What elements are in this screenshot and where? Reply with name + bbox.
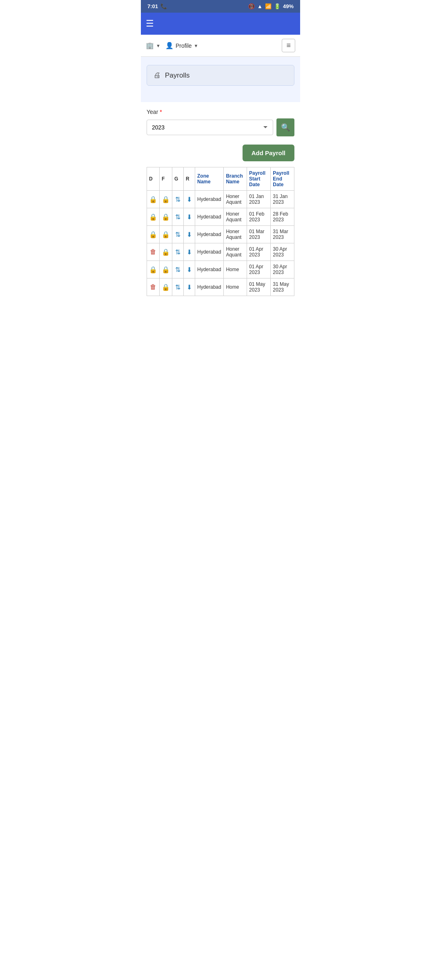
trash-icon[interactable]: 🗑 bbox=[150, 248, 156, 255]
profile-label: Profile bbox=[176, 42, 192, 49]
sort-icon[interactable]: ⇅ bbox=[175, 231, 180, 238]
page-header-card: 🖨 Payrolls bbox=[147, 65, 294, 86]
lock-icon[interactable]: 🔒 bbox=[162, 196, 170, 203]
call-icon: 📵 bbox=[248, 3, 255, 9]
branch-cell: Home bbox=[224, 278, 247, 296]
profile-nav-item[interactable]: 👤 Profile ▼ bbox=[165, 42, 198, 49]
end-date-cell: 28 Feb 2023 bbox=[271, 208, 294, 226]
f-cell[interactable]: 🔒 bbox=[160, 243, 172, 261]
col-header-f: F bbox=[160, 167, 172, 191]
g-cell[interactable]: ⇅ bbox=[172, 278, 184, 296]
table-row: 🔒 🔒 ⇅ ⬇ Hyderabad Honer Aquant 01 Jan 20… bbox=[147, 191, 294, 208]
lock-icon[interactable]: 🔒 bbox=[149, 214, 157, 220]
sort-icon[interactable]: ⇅ bbox=[175, 284, 180, 291]
col-header-branch: Branch Name bbox=[224, 167, 247, 191]
f-cell[interactable]: 🔒 bbox=[160, 226, 172, 243]
branch-cell: Honer Aquant bbox=[224, 226, 247, 243]
profile-chevron: ▼ bbox=[194, 43, 198, 48]
zone-cell: Hyderabad bbox=[195, 278, 224, 296]
zone-cell: Hyderabad bbox=[195, 191, 224, 208]
d-cell[interactable]: 🔒 bbox=[147, 261, 160, 278]
hamburger-menu[interactable]: ☰ bbox=[146, 18, 154, 29]
lock-icon[interactable]: 🔒 bbox=[162, 249, 170, 256]
lock-icon[interactable]: 🔒 bbox=[162, 284, 170, 291]
year-row: 2020 2021 2022 2023 2024 🔍 bbox=[147, 118, 294, 136]
status-bar: 7:01 📞 📵 ▲ 📶 🔋 49% bbox=[141, 0, 300, 13]
start-date-cell: 01 Apr 2023 bbox=[247, 243, 271, 261]
print-icon: 🖨 bbox=[154, 71, 161, 80]
zone-cell: Hyderabad bbox=[195, 261, 224, 278]
year-label: Year * bbox=[147, 109, 294, 115]
battery-level: 49% bbox=[283, 3, 294, 9]
sort-icon[interactable]: ⇅ bbox=[175, 214, 180, 220]
status-time: 7:01 bbox=[147, 3, 158, 9]
download-icon[interactable]: ⬇ bbox=[187, 196, 192, 203]
download-icon[interactable]: ⬇ bbox=[187, 249, 192, 256]
main-content: Year * 2020 2021 2022 2023 2024 🔍 Add Pa… bbox=[141, 102, 300, 308]
sort-icon[interactable]: ⇅ bbox=[175, 249, 180, 256]
search-button[interactable]: 🔍 bbox=[276, 118, 294, 136]
d-cell[interactable]: 🗑 bbox=[147, 278, 160, 296]
g-cell[interactable]: ⇅ bbox=[172, 208, 184, 226]
start-date-cell: 01 Apr 2023 bbox=[247, 261, 271, 278]
lock-icon[interactable]: 🔒 bbox=[149, 231, 157, 238]
signal-icon: 📶 bbox=[265, 3, 272, 9]
d-cell[interactable]: 🔒 bbox=[147, 208, 160, 226]
payroll-table: D F G R Zone Name Branch Name Payroll St… bbox=[147, 167, 294, 296]
g-cell[interactable]: ⇅ bbox=[172, 243, 184, 261]
lock-icon[interactable]: 🔒 bbox=[162, 214, 170, 220]
d-cell[interactable]: 🔒 bbox=[147, 226, 160, 243]
download-icon[interactable]: ⬇ bbox=[187, 231, 192, 238]
r-cell[interactable]: ⬇ bbox=[184, 208, 195, 226]
end-date-cell: 31 Mar 2023 bbox=[271, 226, 294, 243]
col-header-end: Payroll End Date bbox=[271, 167, 294, 191]
f-cell[interactable]: 🔒 bbox=[160, 278, 172, 296]
top-nav: ☰ bbox=[141, 13, 300, 35]
trash-icon[interactable]: 🗑 bbox=[150, 283, 156, 290]
lock-icon[interactable]: 🔒 bbox=[162, 231, 170, 238]
sort-icon[interactable]: ⇅ bbox=[175, 196, 180, 203]
lock-icon[interactable]: 🔒 bbox=[162, 266, 170, 273]
r-cell[interactable]: ⬇ bbox=[184, 278, 195, 296]
battery-icon: 🔋 bbox=[274, 3, 281, 9]
lock-icon[interactable]: 🔒 bbox=[149, 196, 157, 203]
g-cell[interactable]: ⇅ bbox=[172, 261, 184, 278]
org-icon: 🏢 bbox=[146, 42, 154, 49]
d-cell[interactable]: 🗑 bbox=[147, 243, 160, 261]
f-cell[interactable]: 🔒 bbox=[160, 261, 172, 278]
table-row: 🔒 🔒 ⇅ ⬇ Hyderabad Honer Aquant 01 Mar 20… bbox=[147, 226, 294, 243]
col-header-d: D bbox=[147, 167, 160, 191]
download-icon[interactable]: ⬇ bbox=[187, 266, 192, 273]
f-cell[interactable]: 🔒 bbox=[160, 191, 172, 208]
zone-cell: Hyderabad bbox=[195, 243, 224, 261]
end-date-cell: 30 Apr 2023 bbox=[271, 261, 294, 278]
download-icon[interactable]: ⬇ bbox=[187, 284, 192, 291]
branch-cell: Honer Aquant bbox=[224, 191, 247, 208]
start-date-cell: 01 Jan 2023 bbox=[247, 191, 271, 208]
r-cell[interactable]: ⬇ bbox=[184, 226, 195, 243]
col-header-r: R bbox=[184, 167, 195, 191]
zone-cell: Hyderabad bbox=[195, 226, 224, 243]
col-header-zone: Zone Name bbox=[195, 167, 224, 191]
lock-icon[interactable]: 🔒 bbox=[149, 266, 157, 273]
required-indicator: * bbox=[160, 109, 162, 115]
org-nav-item[interactable]: 🏢 ▼ bbox=[146, 42, 160, 49]
branch-cell: Honer Aquant bbox=[224, 243, 247, 261]
start-date-cell: 01 Feb 2023 bbox=[247, 208, 271, 226]
g-cell[interactable]: ⇅ bbox=[172, 226, 184, 243]
wifi-icon: ▲ bbox=[257, 3, 263, 9]
r-cell[interactable]: ⬇ bbox=[184, 243, 195, 261]
year-select[interactable]: 2020 2021 2022 2023 2024 bbox=[147, 120, 273, 135]
f-cell[interactable]: 🔒 bbox=[160, 208, 172, 226]
download-icon[interactable]: ⬇ bbox=[187, 214, 192, 220]
g-cell[interactable]: ⇅ bbox=[172, 191, 184, 208]
d-cell[interactable]: 🔒 bbox=[147, 191, 160, 208]
r-cell[interactable]: ⬇ bbox=[184, 261, 195, 278]
menu-button[interactable]: ≡ bbox=[282, 39, 295, 52]
secondary-nav: 🏢 ▼ 👤 Profile ▼ ≡ bbox=[141, 35, 300, 57]
add-payroll-button[interactable]: Add Payroll bbox=[243, 145, 294, 161]
add-btn-row: Add Payroll bbox=[147, 145, 294, 161]
sort-icon[interactable]: ⇅ bbox=[175, 266, 180, 273]
r-cell[interactable]: ⬇ bbox=[184, 191, 195, 208]
end-date-cell: 31 May 2023 bbox=[271, 278, 294, 296]
